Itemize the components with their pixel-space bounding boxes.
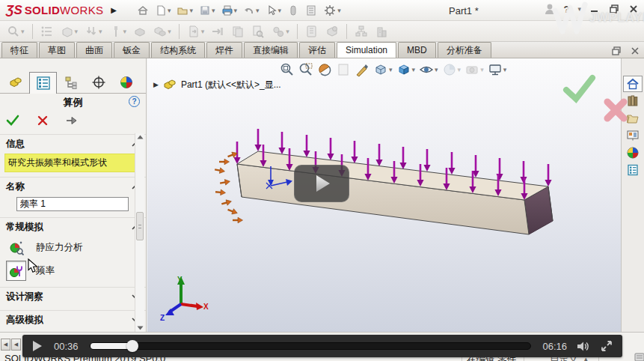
select-button[interactable]: ▾ [263,3,284,18]
player-progress-track[interactable] [90,342,532,350]
player-play-button[interactable] [32,340,43,352]
tab-mbd[interactable]: MBD [398,42,436,58]
video-play-overlay-button[interactable] [294,165,349,202]
properties-button[interactable] [303,3,319,18]
cancel-x-icon[interactable] [37,115,49,127]
tab-features[interactable]: 特征 [1,42,37,58]
scrollbar-thumb[interactable] [136,212,144,240]
dimxpertmanager-tab[interactable] [85,71,112,93]
hide-show-items-button[interactable]: ▾ [418,61,439,78]
zoom-area-button[interactable] [298,61,314,78]
scroll-down-icon[interactable] [137,326,144,330]
search-commands-button[interactable]: ▾ [4,23,27,40]
graphics-viewport[interactable]: ▾ ▾ ▾ ▾ ▾ ▾ ▶ Part1 (默认<<默认>_显... [147,58,621,332]
fullscreen-icon[interactable] [601,340,613,352]
taskpane-home-button[interactable] [623,76,643,92]
feature-tree-flyout[interactable]: ▶ Part1 (默认<<默认>_显... [153,78,281,91]
print-button[interactable]: ▾ [219,3,240,18]
tab-surfaces[interactable]: 曲面 [76,42,112,58]
schematic-button[interactable] [352,23,370,40]
study-name-input[interactable] [16,197,129,211]
tab-structure-system[interactable]: 结构系统 [151,42,205,58]
custom-properties-button[interactable] [623,162,643,178]
home-button[interactable] [135,3,151,18]
filter-tree-button[interactable] [38,23,56,40]
help-icon[interactable]: ? [564,4,570,15]
name-section-header[interactable]: 名称 [0,177,146,195]
tab-evaluate[interactable]: 评估 [299,42,335,58]
edit-appearance-button[interactable] [354,61,370,78]
drawing-view-button[interactable] [335,61,352,78]
displaymanager-tab[interactable] [112,71,140,93]
import-geometry-button[interactable]: ▾ [185,23,207,40]
options-button[interactable]: ▾ [321,2,343,19]
gear-tools-button[interactable]: ▾ [269,23,292,40]
tab-analysis-preparation[interactable]: 分析准备 [438,42,491,58]
general-simulation-section-header[interactable]: 常规模拟 [0,217,146,236]
propertymanager-tab[interactable] [29,72,57,94]
advanced-simulation-section-header[interactable]: 高级模拟 [0,310,146,329]
building-structure-button[interactable] [372,23,390,40]
export-button[interactable] [209,23,227,40]
appearances-pane-button[interactable] [623,145,643,161]
study-panel-title: 算例 [64,96,83,109]
minimize-icon[interactable] [589,3,601,15]
restore-icon[interactable] [608,3,620,15]
check-geometry-button[interactable] [249,23,267,40]
zoom-fit-button[interactable] [279,61,295,78]
static-analysis-item[interactable]: 静应力分析 [0,236,146,259]
pin-icon[interactable] [66,115,78,127]
view-palette-button[interactable] [623,127,643,144]
menu-flyout-arrow-icon[interactable]: ▶ [111,6,117,14]
scroll-up-icon[interactable] [137,135,144,139]
dropdown-caret-icon: ▾ [234,7,238,14]
user-account-icon[interactable] [543,2,556,16]
save-button[interactable]: ▾ [197,3,218,18]
multibody-button[interactable]: ▾ [151,23,174,40]
frequency-icon-button[interactable] [6,261,26,281]
file-explorer-button[interactable] [623,110,643,127]
doc-close-icon[interactable] [629,45,641,57]
doc-restore-icon[interactable] [610,45,622,57]
copy-sheets-button[interactable] [229,23,247,40]
tab-weldments[interactable]: 焊件 [206,42,242,58]
tab-scroll-first-button[interactable]: ◀ [1,339,10,351]
help-caret-icon[interactable]: ▾ [577,5,581,13]
tab-sheet-metal[interactable]: 钣金 [114,42,150,58]
appearances-button[interactable]: ▾ [441,61,462,78]
tab-scroll-prev-button[interactable]: ◀ [11,339,21,351]
isolate-body-button[interactable]: ▾ [58,23,81,40]
tab-simulation[interactable]: Simulation [337,42,396,58]
design-binder-button[interactable] [303,23,321,40]
panel-help-icon[interactable]: ? [129,96,140,107]
view-settings-button[interactable]: ▾ [487,61,508,78]
tab-direct-editing[interactable]: 直接编辑 [244,42,298,58]
tab-sketch[interactable]: 草图 [39,42,75,58]
view-cube-button[interactable]: ▾ [372,61,393,78]
reorder-features-button[interactable]: ▾ [82,23,105,40]
close-icon[interactable] [628,3,640,15]
design-library-button[interactable] [623,93,643,109]
info-section-header[interactable]: 信息 [0,134,146,153]
statusbar-tag-icon[interactable] [634,353,644,361]
material-button[interactable] [131,23,149,40]
view-orientation-button[interactable]: ▾ [396,61,417,78]
featuremanager-tab[interactable] [1,71,29,93]
panel-scrollbar[interactable] [135,133,144,332]
configurationmanager-tab[interactable] [57,71,85,93]
apply-scene-button[interactable]: ▾ [464,61,485,78]
frequency-item[interactable]: 频率 [0,259,146,282]
toggle-button[interactable] [285,3,301,18]
undo-button[interactable]: ▾ [241,3,262,18]
new-document-button[interactable]: ▾ [153,3,174,18]
ok-check-icon[interactable] [6,114,19,127]
open-button[interactable]: ▾ [174,3,195,18]
static-analysis-icon-button[interactable] [6,237,26,258]
section-view-button[interactable] [316,61,333,78]
volume-icon[interactable] [577,341,591,352]
player-progress-thumb[interactable] [126,340,138,352]
fastener-button[interactable]: ▾ [107,23,129,40]
tree-expand-icon[interactable]: ▶ [153,81,159,88]
design-insight-section-header[interactable]: 设计洞察 [0,287,146,306]
stamp-button[interactable] [323,23,341,40]
